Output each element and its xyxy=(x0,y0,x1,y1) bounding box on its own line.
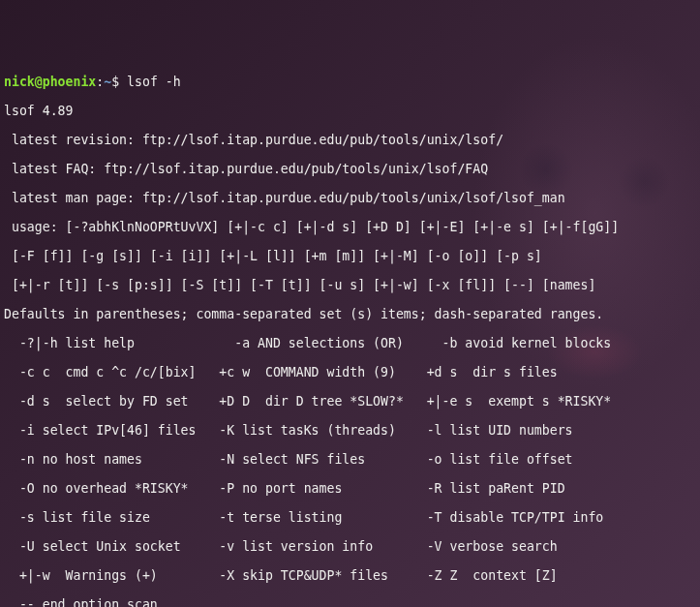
output-line: -s list file size -t terse listing -T di… xyxy=(4,510,696,525)
output-line: [+|-r [t]] [-s [p:s]] [-S [t]] [-T [t]] … xyxy=(4,278,696,292)
output-line: lsof 4.89 xyxy=(4,104,696,118)
output-line: -c c cmd c ^c /c/[bix] +c w COMMAND widt… xyxy=(4,365,696,379)
output-line: -i select IPv[46] files -K list tasKs (t… xyxy=(4,423,696,438)
output-line: -n no host names -N select NFS files -o … xyxy=(4,452,696,467)
output-line: Defaults in parentheses; comma-separated… xyxy=(4,307,696,321)
output-line: -O no overhead *RISKY* -P no port names … xyxy=(4,481,696,496)
prompt-dollar: $ xyxy=(111,75,127,89)
prompt-user-host: nick@phoenix xyxy=(4,75,96,89)
terminal-output: nick@phoenix:~$ lsof -h lsof 4.89 latest… xyxy=(4,60,696,607)
output-line: latest man page: ftp://lsof.itap.purdue.… xyxy=(4,191,696,205)
output-line: latest revision: ftp://lsof.itap.purdue.… xyxy=(4,133,696,147)
output-line: [-F [f]] [-g [s]] [-i [i]] [+|-L [l]] [+… xyxy=(4,249,696,263)
output-line: +|-w Warnings (+) -X skip TCP&UDP* files… xyxy=(4,568,696,583)
output-line: usage: [-?abhKlnNoOPRtUvVX] [+|-c c] [+|… xyxy=(4,220,696,234)
output-line: -U select Unix socket -v list version in… xyxy=(4,539,696,554)
output-line: -?|-h list help -a AND selections (OR) -… xyxy=(4,336,696,350)
output-line: -- end option scan xyxy=(4,597,696,607)
output-line: latest FAQ: ftp://lsof.itap.purdue.edu/p… xyxy=(4,162,696,176)
prompt-path: ~ xyxy=(104,75,111,89)
command-text: lsof -h xyxy=(127,75,181,89)
prompt-line[interactable]: nick@phoenix:~$ lsof -h xyxy=(4,75,696,89)
output-line: -d s select by FD set +D D dir D tree *S… xyxy=(4,394,696,409)
